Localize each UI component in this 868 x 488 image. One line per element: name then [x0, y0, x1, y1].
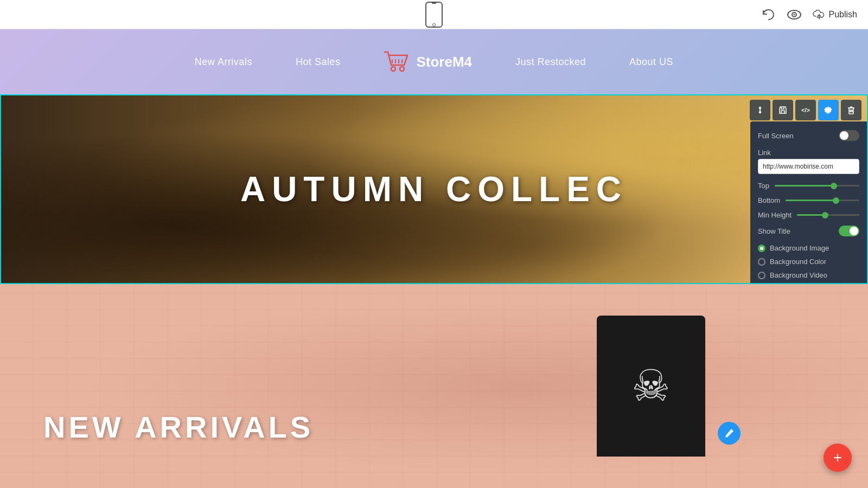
svg-point-5: [400, 67, 404, 71]
hamburger-menu-button[interactable]: [11, 6, 28, 23]
section-move-button[interactable]: [750, 100, 770, 120]
phone-notch: [432, 3, 436, 4]
svg-point-4: [391, 67, 395, 71]
link-label-row: Link: [758, 149, 859, 157]
toolbar-left: [11, 6, 28, 23]
navbar: New Arrivals Hot Sales StoreM4 Just Rest…: [0, 29, 868, 94]
bottom-slider-fill: [786, 200, 835, 201]
show-title-label: Show Title: [758, 227, 790, 235]
show-title-knob: [850, 227, 858, 235]
cart-logo-icon: [384, 50, 411, 74]
nav-item-new-arrivals[interactable]: New Arrivals: [195, 56, 252, 68]
bottom-slider[interactable]: [786, 200, 859, 201]
mobile-preview-icon[interactable]: [425, 2, 443, 28]
publish-label: Publish: [829, 10, 857, 20]
bottom-slider-row: Bottom: [758, 196, 859, 204]
top-slider-row: Top: [758, 182, 859, 190]
main-toolbar: Publish: [0, 0, 868, 29]
full-screen-label: Full Screen: [758, 132, 794, 140]
top-slider[interactable]: [775, 185, 859, 187]
min-height-slider-fill: [797, 214, 825, 216]
bg-video-row[interactable]: Background Video: [758, 271, 859, 279]
show-title-row: Show Title: [758, 226, 859, 236]
publish-button[interactable]: Publish: [813, 10, 857, 20]
cloud-upload-icon: [813, 10, 826, 20]
nav-item-about-us[interactable]: About US: [629, 56, 673, 68]
bg-image-label: Background Image: [770, 244, 829, 252]
bottom-label: Bottom: [758, 196, 780, 204]
full-screen-toggle[interactable]: [839, 130, 859, 141]
svg-point-2: [793, 14, 795, 15]
hero-section: AUTUMN COLLEC </>: [0, 94, 868, 284]
pencil-icon: [724, 428, 735, 439]
toggle-knob: [840, 131, 848, 140]
bg-image-dot: [760, 247, 763, 250]
main-content: AUTUMN COLLEC </>: [0, 94, 868, 488]
add-fab-button[interactable]: +: [824, 444, 852, 472]
plus-icon: +: [833, 450, 842, 465]
nav-logo: StoreM4: [384, 50, 472, 74]
bottom-slider-thumb: [833, 197, 839, 204]
arrivals-title: NEW ARRIVALS: [43, 409, 314, 445]
arrivals-person: ☠: [434, 284, 868, 488]
min-height-slider[interactable]: [797, 214, 859, 216]
nav-item-just-restocked[interactable]: Just Restocked: [515, 56, 586, 68]
min-height-slider-thumb: [822, 212, 828, 219]
section-save-button[interactable]: [773, 100, 793, 120]
nav-item-hot-sales[interactable]: Hot Sales: [296, 56, 341, 68]
person-body: ☠: [575, 284, 727, 488]
logo-text: StoreM4: [416, 54, 472, 70]
phone-home-button: [432, 23, 436, 27]
top-slider-fill: [775, 185, 834, 187]
min-height-label: Min Height: [758, 211, 792, 219]
section-code-button[interactable]: </>: [795, 100, 816, 120]
link-input[interactable]: [758, 159, 859, 174]
edit-fab-button[interactable]: [718, 422, 741, 445]
preview-button[interactable]: [787, 7, 802, 22]
section-settings-button[interactable]: [818, 100, 839, 120]
top-label: Top: [758, 182, 769, 190]
show-title-toggle[interactable]: [839, 226, 859, 236]
hero-title: AUTUMN COLLEC: [240, 169, 628, 209]
toolbar-center: [425, 2, 443, 28]
bg-color-label: Background Color: [770, 258, 826, 266]
bg-video-radio[interactable]: [758, 272, 765, 279]
link-label: Link: [758, 149, 771, 157]
settings-panel: Full Screen Link Top Bottom: [750, 121, 867, 284]
bg-color-row[interactable]: Background Color: [758, 258, 859, 266]
tshirt: ☠: [597, 316, 705, 457]
undo-button[interactable]: [761, 7, 776, 22]
section-toolbar: </>: [750, 100, 861, 120]
toolbar-right: Publish: [761, 7, 857, 22]
new-arrivals-section: ☠ NEW ARRIVALS: [0, 284, 868, 488]
bg-video-label: Background Video: [770, 271, 827, 279]
bg-image-row[interactable]: Background Image: [758, 244, 859, 252]
bg-color-radio[interactable]: [758, 258, 765, 266]
bg-image-radio[interactable]: [758, 245, 765, 252]
section-delete-button[interactable]: [841, 100, 861, 120]
skeleton-hand-graphic: ☠: [631, 364, 671, 408]
full-screen-row: Full Screen: [758, 130, 859, 141]
top-slider-thumb: [831, 183, 837, 189]
min-height-slider-row: Min Height: [758, 211, 859, 219]
code-icon: </>: [801, 107, 810, 113]
